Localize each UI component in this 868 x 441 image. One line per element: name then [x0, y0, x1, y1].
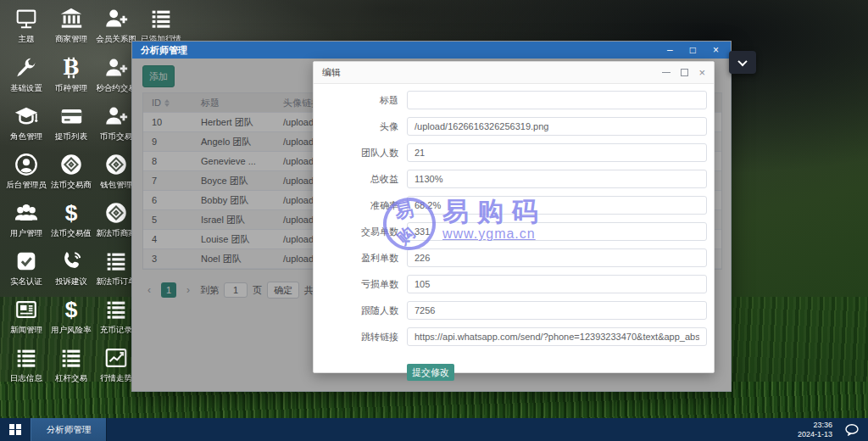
- desktop-icon-user-manage[interactable]: 用户管理: [3, 198, 48, 244]
- field-label-accuracy: 准确率: [314, 199, 398, 212]
- dollar-icon: [58, 297, 85, 322]
- newspaper-icon: [13, 297, 40, 322]
- window-title: 分析师管理: [132, 44, 187, 57]
- desktop-icon-label: 基础设置: [10, 82, 42, 93]
- window-titlebar[interactable]: 分析师管理 – □ ×: [132, 42, 731, 59]
- desktop-icon-withdraw-list[interactable]: 提币列表: [48, 101, 93, 148]
- modal-minimize-icon[interactable]: [662, 72, 670, 73]
- edit-form: 标题 头像 团队人数 总收益 准确率 交易单数 盈利单数 亏损单数 跟随人数 跳…: [314, 84, 714, 381]
- bank-icon: [58, 6, 85, 31]
- win-count-input[interactable]: [407, 248, 707, 267]
- desktop-icon-label: 币种管理: [55, 82, 87, 93]
- desktop-icon-label: 主题: [18, 33, 34, 44]
- monitor-icon: [13, 6, 40, 31]
- submit-edit-button[interactable]: 提交修改: [407, 364, 454, 381]
- accuracy-input[interactable]: [407, 196, 707, 215]
- field-label-win-count: 盈利单数: [314, 252, 398, 265]
- coin-circle-icon: [58, 152, 85, 177]
- field-label-redirect-link: 跳转链接: [314, 331, 398, 343]
- loss-count-input[interactable]: [407, 275, 707, 293]
- desktop-icon-label: 新闻管理: [10, 324, 42, 335]
- desktop-icon-label: 钱包管理: [100, 179, 132, 190]
- desktop-icon-label: 实名认证: [10, 276, 42, 287]
- phone-icon: [58, 248, 85, 274]
- list-icon: [103, 248, 130, 274]
- check-square-icon: [13, 248, 40, 274]
- desktop-icon-theme[interactable]: 主题: [3, 3, 48, 50]
- followers-input[interactable]: [407, 301, 707, 320]
- edit-modal: 编辑 × 标题 头像 团队人数 总收益 准确率 交易单数 盈利单数 亏损单数 跟…: [313, 61, 715, 373]
- desktop-icon-label: 角色管理: [10, 131, 42, 142]
- chart-line-icon: [103, 345, 130, 371]
- taskbar-item-analyst-manager[interactable]: 分析师管理: [31, 418, 107, 441]
- window-maximize-icon[interactable]: □: [690, 45, 696, 55]
- desktop: 主题 商家管理 会员关系图 已添加行情 基础设置 币种管理 秒合约交易 角色管理…: [0, 0, 868, 441]
- chat-bubble-icon[interactable]: [844, 423, 860, 437]
- list-icon: [147, 6, 175, 31]
- field-label-avatar: 头像: [314, 120, 398, 133]
- taskbar-clock[interactable]: 23:36 2024-1-13: [798, 421, 832, 439]
- credit-card-icon: [58, 103, 85, 129]
- desktop-icon-label: 币币交易: [100, 131, 132, 142]
- title-input[interactable]: [407, 91, 707, 109]
- bitcoin-icon: [58, 55, 85, 81]
- field-label-followers: 跟随人数: [314, 304, 398, 317]
- system-tray: 23:36 2024-1-13: [798, 421, 868, 439]
- taskbar: 分析师管理 23:36 2024-1-13: [0, 418, 868, 441]
- modal-title: 编辑: [322, 66, 341, 79]
- modal-close-icon[interactable]: ×: [698, 67, 705, 78]
- total-profit-input[interactable]: [407, 170, 707, 188]
- field-label-title: 标题: [314, 94, 398, 107]
- clock-date: 2024-1-13: [798, 430, 832, 439]
- desktop-icon-label: 行情走势: [100, 372, 132, 383]
- user-add-icon: [103, 55, 130, 81]
- start-button[interactable]: [0, 418, 31, 441]
- desktop-icon-label: 新法币订单: [96, 276, 136, 287]
- desktop-icon-label: 用户风险率: [51, 324, 92, 335]
- field-label-loss-count: 亏损单数: [314, 278, 398, 291]
- desktop-icon-label: 杠杆交易: [55, 372, 87, 383]
- desktop-icon-basic-settings[interactable]: 基础设置: [3, 53, 48, 99]
- dollar-icon: [58, 200, 85, 226]
- desktop-icon-logs[interactable]: 日志信息: [3, 343, 48, 389]
- field-label-trade-count: 交易单数: [314, 226, 398, 238]
- modal-header[interactable]: 编辑 ×: [314, 62, 714, 84]
- windows-logo-icon: [9, 424, 21, 436]
- team-size-input[interactable]: [407, 143, 707, 162]
- desktop-icon-grid: 基础设置 币种管理 秒合约交易 角色管理 提币列表 币币交易 后台管理员 法币交…: [3, 53, 138, 391]
- desktop-icon-fiat-merchant[interactable]: 法币交易商: [48, 149, 93, 196]
- field-label-team-size: 团队人数: [314, 147, 398, 159]
- desktop-icon-label: 法币交易值: [51, 227, 92, 238]
- desktop-icon-label: 充币记录: [100, 324, 132, 335]
- desktop-icon-risk-rate[interactable]: 用户风险率: [48, 294, 93, 341]
- list-icon: [58, 345, 85, 371]
- desktop-dropdown-button[interactable]: [729, 51, 756, 74]
- avatar-input[interactable]: [407, 117, 707, 136]
- desktop-icon-admin[interactable]: 后台管理员: [3, 149, 48, 196]
- coin-circle-icon: [103, 152, 130, 177]
- desktop-icon-merchant[interactable]: 商家管理: [48, 3, 93, 50]
- desktop-icon-kyc[interactable]: 实名认证: [3, 246, 48, 293]
- desktop-icon-feedback[interactable]: 投诉建议: [48, 246, 93, 293]
- desktop-icon-coin-manage[interactable]: 币种管理: [48, 53, 93, 99]
- window-close-icon[interactable]: ×: [713, 45, 719, 55]
- admin-user-icon: [13, 152, 40, 177]
- desktop-icon-role-manage[interactable]: 角色管理: [3, 101, 48, 148]
- desktop-icon-label: 提币列表: [55, 131, 87, 142]
- redirect-link-input[interactable]: [407, 327, 707, 346]
- modal-maximize-icon[interactable]: [681, 69, 688, 76]
- analyst-manager-window: 分析师管理 – □ × 添加 ID 标题 头像链接 团队人数 10Herbert…: [131, 41, 732, 392]
- list-icon: [103, 297, 130, 322]
- coin-circle-icon: [103, 200, 130, 226]
- desktop-icon-fiat-value[interactable]: 法币交易值: [48, 198, 93, 244]
- graduation-cap-icon: [13, 103, 40, 129]
- desktop-icon-label: 新法币商家: [96, 227, 136, 238]
- desktop-icon-news[interactable]: 新闻管理: [3, 294, 48, 341]
- trade-count-input[interactable]: [407, 222, 707, 241]
- chevron-down-icon: [737, 56, 747, 65]
- desktop-icon-label: 秒合约交易: [96, 82, 136, 93]
- desktop-icon-leverage[interactable]: 杠杆交易: [48, 343, 93, 389]
- desktop-icon-label: 商家管理: [55, 33, 87, 44]
- window-minimize-icon[interactable]: –: [667, 45, 673, 55]
- user-add-icon: [103, 6, 130, 31]
